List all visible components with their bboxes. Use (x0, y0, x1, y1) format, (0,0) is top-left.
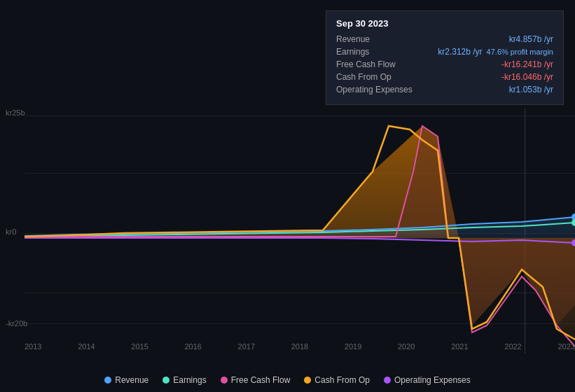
tooltip-earnings-group: kr2.312b /yr 47.6% profit margin (438, 47, 553, 57)
tooltip-value-earnings: kr2.312b /yr (438, 47, 482, 57)
legend-item-cashfromop[interactable]: Cash From Op (304, 375, 370, 385)
data-tooltip: Sep 30 2023 Revenue kr4.857b /yr Earning… (326, 10, 564, 105)
legend-label-opex: Operating Expenses (394, 375, 471, 385)
x-label-2019: 2019 (345, 342, 361, 351)
legend-item-earnings[interactable]: Earnings (162, 375, 206, 385)
tooltip-label-fcf: Free Cash Flow (336, 59, 396, 69)
tooltip-value-revenue: kr4.857b /yr (509, 34, 553, 44)
x-label-2022: 2022 (504, 342, 521, 351)
legend-label-revenue: Revenue (115, 375, 148, 385)
legend-item-revenue[interactable]: Revenue (104, 375, 148, 385)
legend-dot-cashfromop (304, 377, 311, 384)
x-label-2020: 2020 (398, 342, 415, 351)
chart-svg (25, 108, 575, 354)
tooltip-label-revenue: Revenue (336, 34, 370, 44)
x-label-2014: 2014 (78, 342, 95, 351)
legend-dot-fcf (221, 377, 228, 384)
x-label-2015: 2015 (131, 342, 148, 351)
x-label-2017: 2017 (238, 342, 255, 351)
tooltip-label-opex: Operating Expenses (336, 85, 413, 94)
x-label-2013: 2013 (25, 342, 41, 351)
tooltip-value-opex: kr1.053b /yr (509, 85, 553, 94)
tooltip-value-cashfromop: -kr16.046b /yr (501, 72, 553, 82)
tooltip-row-opex: Operating Expenses kr1.053b /yr (336, 85, 553, 94)
x-label-2018: 2018 (291, 342, 308, 351)
legend-dot-earnings (162, 377, 169, 384)
legend-item-fcf[interactable]: Free Cash Flow (221, 375, 291, 385)
x-label-2016: 2016 (184, 342, 201, 351)
tooltip-row-revenue: Revenue kr4.857b /yr (336, 34, 553, 44)
x-label-2021: 2021 (451, 342, 468, 351)
x-label-2023: 2023 (557, 342, 574, 351)
legend-label-cashfromop: Cash From Op (314, 375, 370, 385)
tooltip-row-fcf: Free Cash Flow -kr16.241b /yr (336, 59, 553, 69)
legend-label-earnings: Earnings (173, 375, 206, 385)
legend-label-fcf: Free Cash Flow (231, 375, 291, 385)
x-axis-labels: 2013 2014 2015 2016 2017 2018 2019 2020 … (25, 340, 575, 354)
tooltip-row-earnings: Earnings kr2.312b /yr 47.6% profit margi… (336, 47, 553, 57)
chart-legend: Revenue Earnings Free Cash Flow Cash Fro… (0, 375, 575, 385)
legend-dot-revenue (104, 377, 111, 384)
tooltip-label-cashfromop: Cash From Op (336, 72, 392, 82)
tooltip-value-fcf: -kr16.241b /yr (501, 59, 553, 69)
y-label-top: kr25b (6, 108, 25, 117)
tooltip-profit-margin: 47.6% profit margin (487, 48, 553, 56)
legend-item-opex[interactable]: Operating Expenses (384, 375, 471, 385)
tooltip-row-cashfromop: Cash From Op -kr16.046b /yr (336, 72, 553, 82)
y-label-mid: kr0 (6, 227, 16, 236)
tooltip-label-earnings: Earnings (336, 47, 369, 57)
tooltip-title: Sep 30 2023 (336, 18, 553, 29)
legend-dot-opex (384, 377, 391, 384)
